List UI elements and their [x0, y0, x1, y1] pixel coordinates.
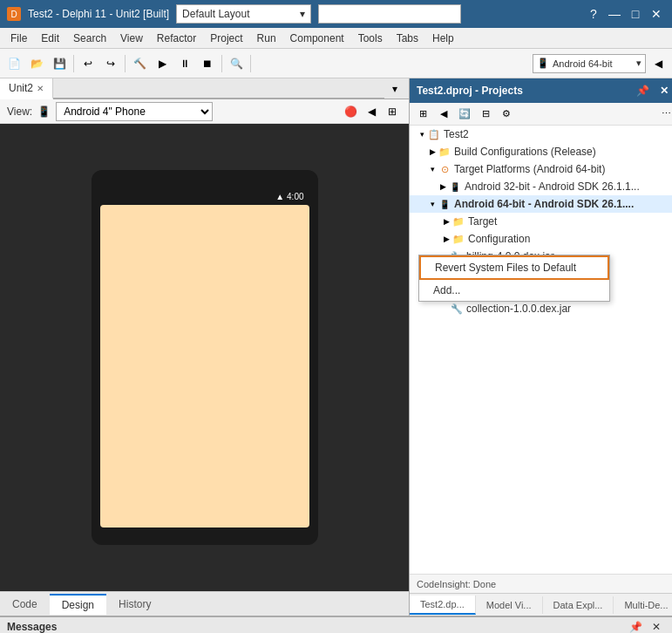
projects-close-btn[interactable]: ✕ [655, 82, 672, 99]
tree-toolbar: ⊞ ◀ 🔄 ⊟ ⚙ ⋯ [410, 103, 672, 126]
menu-edit[interactable]: Edit [34, 31, 66, 46]
toolbar-separator-1 [73, 55, 74, 72]
projects-pin-btn[interactable]: 📌 [635, 82, 652, 99]
tree-icon-target: 📁 [451, 214, 465, 228]
menu-run[interactable]: Run [250, 31, 283, 46]
main-toolbar: 📄 📂 💾 ↩ ↪ 🔨 ▶ ⏸ ⏹ 🔍 📱 Android 64-bit ▾ ◀ [0, 49, 672, 78]
messages-close-btn[interactable]: ✕ [648, 618, 665, 634]
app-icon: D [7, 7, 21, 21]
title-bar: D Test2 - Delphi 11 - Unit2 [Built] Defa… [0, 0, 672, 28]
tree-tb-btn-2[interactable]: ◀ [434, 105, 453, 124]
tree-tb-btn-options[interactable]: ⋯ [657, 105, 672, 124]
tree-item-test2[interactable]: ▾ 📋 Test2 [410, 126, 672, 143]
tree-item-target[interactable]: ▶ 📁 Target [410, 213, 672, 230]
view-icon-btn-1[interactable]: 🔴 [341, 102, 360, 121]
view-label: View: [7, 106, 32, 118]
right-bottom-tab-multi[interactable]: Multi-De... [614, 596, 672, 614]
tab-unit2[interactable]: Unit2 ✕ [0, 78, 53, 99]
tree-arrow-test2[interactable]: ▾ [417, 130, 427, 139]
view-icon-btn-2[interactable]: ◀ [362, 102, 381, 121]
tree-tb-btn-1[interactable]: ⊞ [413, 105, 432, 124]
tree-tb-btn-4[interactable]: ⊟ [476, 105, 495, 124]
maximize-button[interactable]: □ [627, 5, 644, 23]
debug-btn[interactable]: 🔍 [226, 53, 247, 74]
tree-item-build-configs[interactable]: ▶ 📁 Build Configurations (Release) [410, 143, 672, 160]
tree-tb-btn-5[interactable]: ⚙ [497, 105, 516, 124]
editor-bottom-tabs: Code Design History [0, 591, 409, 616]
bottom-tab-design[interactable]: Design [50, 594, 106, 615]
tree-label-target: Target [468, 215, 497, 228]
right-bottom-tab-test2[interactable]: Test2.dp... [410, 596, 476, 615]
menu-component[interactable]: Component [283, 31, 351, 46]
tree-arrow-build-configs[interactable]: ▶ [427, 147, 438, 156]
tree-area: ▾ 📋 Test2 ▶ 📁 Build Configurations (Rele… [410, 126, 672, 593]
toolbar-separator-3 [221, 55, 222, 72]
step-btn[interactable]: ⏸ [174, 53, 195, 74]
view-platform-icon: 📱 [37, 106, 51, 118]
menu-help[interactable]: Help [425, 31, 461, 46]
bottom-tab-code[interactable]: Code [0, 595, 50, 614]
tree-item-android64[interactable]: ▾ 📱 Android 64-bit - Android SDK 26.1...… [410, 195, 672, 213]
phone-preview: ▲ 4:00 [0, 124, 409, 591]
undo-btn[interactable]: ↩ [78, 53, 98, 74]
tree-item-collection[interactable]: 🔧 collection-1.0.0.dex.jar [410, 300, 672, 317]
project-tree: ▾ 📋 Test2 ▶ 📁 Build Configurations (Rele… [410, 126, 672, 574]
tree-arrow-target[interactable]: ▶ [441, 217, 451, 226]
tree-arrow-target-platforms[interactable]: ▾ [427, 165, 438, 174]
tab-unit2-close[interactable]: ✕ [37, 84, 44, 93]
view-icon-btn-3[interactable]: ⊞ [383, 102, 402, 121]
ctx-item-revert[interactable]: Revert System Files to Default [419, 255, 609, 280]
platform-dropdown[interactable]: 📱 Android 64-bit ▾ [533, 54, 646, 73]
toolbar-separator-4 [250, 55, 251, 72]
window-title: Test2 - Delphi 11 - Unit2 [Built] [28, 8, 169, 20]
projects-header: Test2.dproj - Projects 📌 ✕ [410, 78, 672, 103]
tree-arrow-android64[interactable]: ▾ [427, 200, 438, 208]
menu-refactor[interactable]: Refactor [150, 31, 203, 46]
tree-arrow-android32[interactable]: ▶ [438, 182, 448, 191]
ctx-item-add[interactable]: Add... [419, 280, 609, 301]
tree-icon-test2: 📋 [427, 127, 441, 141]
tree-arrow-configuration[interactable]: ▶ [441, 235, 451, 243]
right-bottom-tab-model[interactable]: Model Vi... [476, 596, 543, 614]
bottom-tab-history[interactable]: History [106, 595, 163, 614]
tree-label-collection: collection-1.0.0.dex.jar [466, 303, 571, 315]
messages-header: Messages 📌 ✕ [0, 617, 672, 633]
tree-icon-configuration: 📁 [451, 232, 465, 246]
redo-btn[interactable]: ↪ [100, 53, 121, 74]
tree-item-configuration[interactable]: ▶ 📁 Configuration [410, 230, 672, 248]
tree-item-target-platforms[interactable]: ▾ ⊙ Target Platforms (Android 64-bit) [410, 160, 672, 178]
right-bottom-tab-data[interactable]: Data Expl... [543, 596, 614, 614]
help-button[interactable]: ? [585, 5, 602, 23]
tree-tb-btn-3[interactable]: 🔄 [455, 105, 474, 124]
phone-status-bar: ▲ 4:00 [100, 187, 309, 205]
title-search-input[interactable] [318, 4, 461, 24]
tree-item-android32[interactable]: ▶ 📱 Android 32-bit - Android SDK 26.1.1.… [410, 178, 672, 195]
phone-status-text: ▲ 4:00 [275, 192, 303, 201]
stop-btn[interactable]: ⏹ [197, 53, 218, 74]
back-btn[interactable]: ◀ [648, 53, 669, 74]
menu-tabs[interactable]: Tabs [390, 31, 425, 46]
codeinsight-status: CodeInsight: Done [410, 574, 672, 593]
open-btn[interactable]: 📂 [26, 53, 47, 74]
menu-file[interactable]: File [3, 31, 34, 46]
layout-dropdown[interactable]: Default Layout ▾ [176, 4, 311, 24]
run-btn tb-run[interactable]: ▶ [152, 53, 173, 74]
menu-project[interactable]: Project [203, 31, 249, 46]
menu-view[interactable]: View [113, 31, 150, 46]
tree-label-android64: Android 64-bit - Android SDK 26.1.... [454, 198, 634, 210]
build-btn[interactable]: 🔨 [129, 53, 150, 74]
tree-icon-collection: 🔧 [450, 302, 464, 316]
messages-pin-btn[interactable]: 📌 [627, 618, 644, 634]
phone-outer: ▲ 4:00 [92, 170, 318, 545]
close-button[interactable]: ✕ [648, 5, 665, 23]
menu-search[interactable]: Search [66, 31, 113, 46]
tree-icon-build-configs: 📁 [438, 145, 451, 159]
menu-tools[interactable]: Tools [351, 31, 390, 46]
projects-title: Test2.dproj - Projects [417, 85, 631, 97]
minimize-button[interactable]: — [606, 5, 623, 23]
tab-menu-btn[interactable]: ▾ [384, 78, 405, 99]
save-btn[interactable]: 💾 [49, 53, 70, 74]
new-btn[interactable]: 📄 [3, 53, 24, 74]
view-dropdown[interactable]: Android 4" Phone [56, 102, 213, 121]
codeinsight-text: CodeInsight: Done [417, 579, 496, 589]
